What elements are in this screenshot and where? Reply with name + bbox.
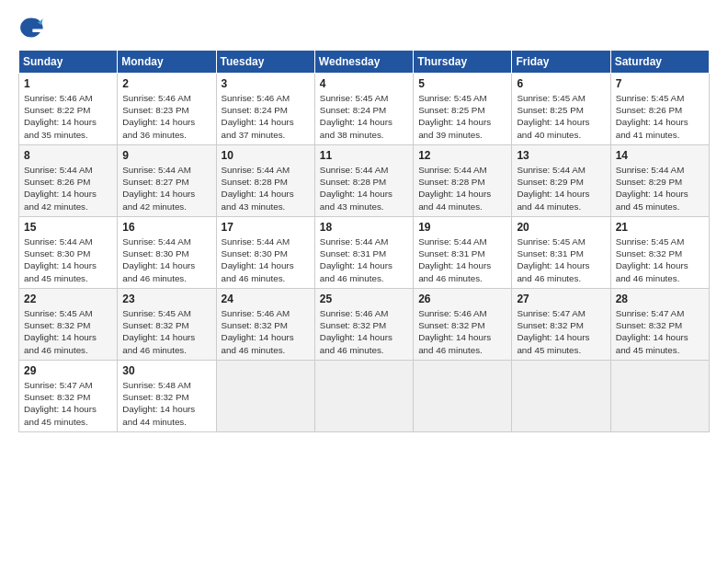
day-number: 24 (222, 293, 310, 305)
day-info: Sunrise: 5:47 AM Sunset: 8:32 PM Dayligh… (24, 379, 112, 428)
calendar-cell (216, 361, 314, 432)
calendar-cell (512, 361, 610, 432)
calendar-cell (414, 361, 512, 432)
day-number: 5 (418, 77, 506, 90)
logo-icon (18, 15, 44, 40)
calendar-cell: 3 Sunrise: 5:46 AM Sunset: 8:24 PM Dayli… (216, 74, 314, 145)
calendar-cell: 30 Sunrise: 5:48 AM Sunset: 8:32 PM Dayl… (118, 361, 216, 432)
day-number: 11 (320, 149, 408, 162)
calendar-cell: 22 Sunrise: 5:45 AM Sunset: 8:32 PM Dayl… (19, 289, 118, 361)
calendar: SundayMondayTuesdayWednesdayThursdayFrid… (18, 50, 710, 432)
calendar-cell: 14 Sunrise: 5:44 AM Sunset: 8:29 PM Dayl… (610, 145, 709, 217)
day-info: Sunrise: 5:44 AM Sunset: 8:30 PM Dayligh… (24, 236, 112, 284)
week-row-5: 29 Sunrise: 5:47 AM Sunset: 8:32 PM Dayl… (19, 361, 710, 432)
calendar-cell: 28 Sunrise: 5:47 AM Sunset: 8:32 PM Dayl… (610, 289, 709, 361)
calendar-cell: 5 Sunrise: 5:45 AM Sunset: 8:25 PM Dayli… (414, 74, 512, 145)
day-info: Sunrise: 5:46 AM Sunset: 8:32 PM Dayligh… (222, 307, 310, 356)
weekday-wednesday: Wednesday (314, 51, 413, 74)
calendar-cell: 7 Sunrise: 5:45 AM Sunset: 8:26 PM Dayli… (610, 74, 709, 145)
calendar-cell: 21 Sunrise: 5:45 AM Sunset: 8:32 PM Dayl… (610, 217, 709, 289)
day-info: Sunrise: 5:45 AM Sunset: 8:32 PM Dayligh… (24, 307, 112, 356)
day-info: Sunrise: 5:44 AM Sunset: 8:29 PM Dayligh… (517, 164, 605, 213)
day-number: 4 (320, 77, 408, 90)
weekday-saturday: Saturday (610, 51, 709, 74)
day-number: 23 (122, 293, 210, 305)
day-number: 20 (517, 221, 605, 234)
day-number: 18 (320, 221, 408, 234)
calendar-cell: 13 Sunrise: 5:44 AM Sunset: 8:29 PM Dayl… (512, 145, 610, 217)
calendar-cell (610, 361, 709, 432)
week-row-2: 8 Sunrise: 5:44 AM Sunset: 8:26 PM Dayli… (19, 145, 710, 217)
calendar-cell: 8 Sunrise: 5:44 AM Sunset: 8:26 PM Dayli… (19, 145, 118, 217)
calendar-cell: 16 Sunrise: 5:44 AM Sunset: 8:30 PM Dayl… (118, 217, 216, 289)
day-info: Sunrise: 5:47 AM Sunset: 8:32 PM Dayligh… (616, 307, 704, 356)
day-number: 25 (320, 293, 408, 305)
calendar-cell: 15 Sunrise: 5:44 AM Sunset: 8:30 PM Dayl… (19, 217, 118, 289)
day-number: 10 (222, 149, 310, 162)
day-info: Sunrise: 5:44 AM Sunset: 8:28 PM Dayligh… (320, 164, 408, 213)
day-info: Sunrise: 5:44 AM Sunset: 8:27 PM Dayligh… (122, 164, 210, 213)
week-row-4: 22 Sunrise: 5:45 AM Sunset: 8:32 PM Dayl… (19, 289, 710, 361)
day-info: Sunrise: 5:46 AM Sunset: 8:32 PM Dayligh… (320, 307, 408, 356)
day-info: Sunrise: 5:46 AM Sunset: 8:32 PM Dayligh… (418, 307, 506, 356)
day-number: 6 (517, 77, 605, 90)
calendar-cell: 25 Sunrise: 5:46 AM Sunset: 8:32 PM Dayl… (314, 289, 413, 361)
calendar-cell: 19 Sunrise: 5:44 AM Sunset: 8:31 PM Dayl… (414, 217, 512, 289)
day-number: 21 (616, 221, 704, 234)
calendar-cell: 29 Sunrise: 5:47 AM Sunset: 8:32 PM Dayl… (19, 361, 118, 432)
day-info: Sunrise: 5:45 AM Sunset: 8:24 PM Dayligh… (320, 92, 408, 141)
day-info: Sunrise: 5:44 AM Sunset: 8:28 PM Dayligh… (418, 164, 506, 213)
day-number: 27 (517, 293, 605, 305)
weekday-monday: Monday (118, 51, 216, 74)
day-info: Sunrise: 5:46 AM Sunset: 8:22 PM Dayligh… (24, 92, 112, 141)
weekday-friday: Friday (512, 51, 610, 74)
day-number: 15 (24, 221, 112, 234)
day-number: 14 (616, 149, 704, 162)
day-info: Sunrise: 5:45 AM Sunset: 8:31 PM Dayligh… (517, 236, 605, 284)
day-number: 22 (24, 293, 112, 305)
day-number: 28 (616, 293, 704, 305)
day-info: Sunrise: 5:47 AM Sunset: 8:32 PM Dayligh… (517, 307, 605, 356)
weekday-tuesday: Tuesday (216, 51, 314, 74)
day-number: 2 (122, 77, 210, 90)
day-info: Sunrise: 5:46 AM Sunset: 8:24 PM Dayligh… (222, 92, 310, 141)
day-info: Sunrise: 5:44 AM Sunset: 8:30 PM Dayligh… (222, 236, 310, 284)
day-info: Sunrise: 5:45 AM Sunset: 8:32 PM Dayligh… (122, 307, 210, 356)
day-number: 30 (122, 364, 210, 377)
calendar-cell: 24 Sunrise: 5:46 AM Sunset: 8:32 PM Dayl… (216, 289, 314, 361)
day-info: Sunrise: 5:46 AM Sunset: 8:23 PM Dayligh… (122, 92, 210, 141)
calendar-cell: 2 Sunrise: 5:46 AM Sunset: 8:23 PM Dayli… (118, 74, 216, 145)
calendar-cell: 4 Sunrise: 5:45 AM Sunset: 8:24 PM Dayli… (314, 74, 413, 145)
calendar-cell: 23 Sunrise: 5:45 AM Sunset: 8:32 PM Dayl… (118, 289, 216, 361)
day-info: Sunrise: 5:44 AM Sunset: 8:31 PM Dayligh… (320, 236, 408, 284)
calendar-cell: 26 Sunrise: 5:46 AM Sunset: 8:32 PM Dayl… (414, 289, 512, 361)
header (18, 15, 710, 40)
calendar-cell: 9 Sunrise: 5:44 AM Sunset: 8:27 PM Dayli… (118, 145, 216, 217)
calendar-cell: 12 Sunrise: 5:44 AM Sunset: 8:28 PM Dayl… (414, 145, 512, 217)
day-info: Sunrise: 5:44 AM Sunset: 8:31 PM Dayligh… (418, 236, 506, 284)
day-number: 8 (24, 149, 112, 162)
calendar-cell: 11 Sunrise: 5:44 AM Sunset: 8:28 PM Dayl… (314, 145, 413, 217)
day-number: 12 (418, 149, 506, 162)
day-number: 7 (616, 77, 704, 90)
day-number: 13 (517, 149, 605, 162)
weekday-thursday: Thursday (414, 51, 512, 74)
day-info: Sunrise: 5:44 AM Sunset: 8:29 PM Dayligh… (616, 164, 704, 213)
day-info: Sunrise: 5:44 AM Sunset: 8:26 PM Dayligh… (24, 164, 112, 213)
day-info: Sunrise: 5:45 AM Sunset: 8:26 PM Dayligh… (616, 92, 704, 141)
calendar-cell: 17 Sunrise: 5:44 AM Sunset: 8:30 PM Dayl… (216, 217, 314, 289)
day-number: 26 (418, 293, 506, 305)
day-number: 16 (122, 221, 210, 234)
day-info: Sunrise: 5:44 AM Sunset: 8:28 PM Dayligh… (222, 164, 310, 213)
day-info: Sunrise: 5:45 AM Sunset: 8:32 PM Dayligh… (616, 236, 704, 284)
calendar-cell: 10 Sunrise: 5:44 AM Sunset: 8:28 PM Dayl… (216, 145, 314, 217)
day-info: Sunrise: 5:48 AM Sunset: 8:32 PM Dayligh… (122, 379, 210, 428)
day-info: Sunrise: 5:45 AM Sunset: 8:25 PM Dayligh… (517, 92, 605, 141)
day-number: 1 (24, 77, 112, 90)
calendar-cell: 1 Sunrise: 5:46 AM Sunset: 8:22 PM Dayli… (19, 74, 118, 145)
logo (18, 15, 48, 40)
weekday-sunday: Sunday (19, 51, 118, 74)
day-info: Sunrise: 5:44 AM Sunset: 8:30 PM Dayligh… (122, 236, 210, 284)
calendar-cell: 6 Sunrise: 5:45 AM Sunset: 8:25 PM Dayli… (512, 74, 610, 145)
calendar-cell: 18 Sunrise: 5:44 AM Sunset: 8:31 PM Dayl… (314, 217, 413, 289)
